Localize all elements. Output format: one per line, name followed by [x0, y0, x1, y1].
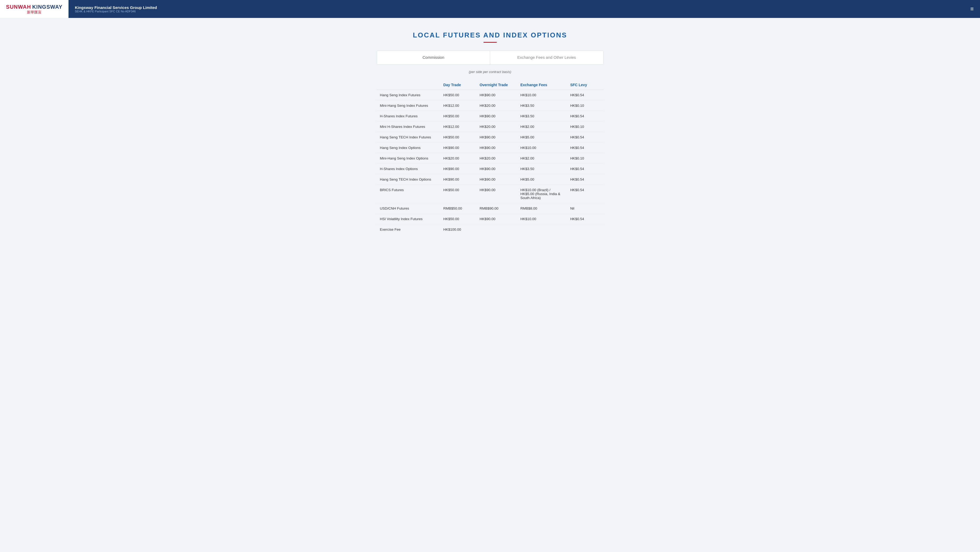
overnight-trade-value: HK$90.00	[476, 111, 517, 121]
sfc-levy-value: HK$0.10	[567, 121, 603, 132]
day-trade-value: HK$90.00	[440, 143, 476, 153]
overnight-trade-value: HK$90.00	[476, 185, 517, 203]
product-name: Hang Seng TECH Index Options	[377, 174, 440, 185]
overnight-trade-value: HK$90.00	[476, 90, 517, 101]
col-header-day-trade: Day Trade	[440, 80, 476, 90]
table-row: Hang Seng TECH Index FuturesHK$50.00HK$9…	[377, 132, 603, 143]
company-sub: SEHK & HKFE Participant SFC CE No ADF346	[75, 10, 958, 13]
sfc-levy-value: HK$0.54	[567, 214, 603, 224]
tab-exchange-fees[interactable]: Exchange Fees and Other Levies	[490, 51, 603, 64]
product-name: Hang Seng TECH Index Futures	[377, 132, 440, 143]
table-row: USD/CNH FuturesRMB$50.00RMB$90.00RMB$8.0…	[377, 203, 603, 214]
exchange-fees-value: HK$2.00	[517, 153, 567, 164]
logo: SUNWAH KINGSWAY 新華匯富	[6, 4, 62, 14]
product-name: Mini H-Shares Index Futures	[377, 121, 440, 132]
table-header-row: Day Trade Overnight Trade Exchange Fees …	[377, 80, 603, 90]
table-row: Hang Seng Index FuturesHK$50.00HK$90.00H…	[377, 90, 603, 101]
overnight-trade-value	[476, 224, 517, 235]
table-row: Exercise FeeHK$100.00	[377, 224, 603, 235]
product-name: Mini-Hang Seng Index Options	[377, 153, 440, 164]
page-title: LOCAL FUTURES AND INDEX OPTIONS	[377, 31, 603, 39]
overnight-trade-value: RMB$90.00	[476, 203, 517, 214]
sfc-levy-value: Nil	[567, 203, 603, 214]
overnight-trade-value: HK$20.00	[476, 153, 517, 164]
header-info: Kingsway Financial Services Group Limite…	[68, 5, 964, 13]
day-trade-value: HK$50.00	[440, 111, 476, 121]
menu-icon[interactable]: ≡	[964, 6, 980, 13]
day-trade-value: HK$50.00	[440, 132, 476, 143]
table-row: Hang Seng TECH Index OptionsHK$90.00HK$9…	[377, 174, 603, 185]
day-trade-value: HK$12.00	[440, 121, 476, 132]
exchange-fees-value: HK$10.00	[517, 214, 567, 224]
day-trade-value: HK$50.00	[440, 185, 476, 203]
exchange-fees-value: HK$5.00	[517, 174, 567, 185]
sfc-levy-value	[567, 224, 603, 235]
product-name: HSI Volatility Index Futures	[377, 214, 440, 224]
overnight-trade-value: HK$90.00	[476, 132, 517, 143]
table-row: HSI Volatility Index FuturesHK$50.00HK$9…	[377, 214, 603, 224]
overnight-trade-value: HK$90.00	[476, 164, 517, 174]
tab-container: Commission Exchange Fees and Other Levie…	[377, 51, 603, 65]
exchange-fees-value: HK$3.50	[517, 164, 567, 174]
product-name: BRICS Futures	[377, 185, 440, 203]
logo-sunwah-kingsway: SUNWAH KINGSWAY	[6, 4, 62, 10]
table-row: H-Shares Index FuturesHK$50.00HK$90.00HK…	[377, 111, 603, 121]
table-row: H-Shares Index OptionsHK$90.00HK$90.00HK…	[377, 164, 603, 174]
header: SUNWAH KINGSWAY 新華匯富 Kingsway Financial …	[0, 0, 980, 18]
sfc-levy-value: HK$0.10	[567, 101, 603, 111]
sfc-levy-value: HK$0.54	[567, 185, 603, 203]
sfc-levy-value: HK$0.54	[567, 174, 603, 185]
logo-kingsway: KINGSWAY	[32, 4, 62, 10]
logo-chinese: 新華匯富	[6, 10, 62, 14]
exchange-fees-value: HK$10.00 (Brazil) / HK$5.00 (Russia, Ind…	[517, 185, 567, 203]
exchange-fees-value: HK$3.50	[517, 111, 567, 121]
product-name: Exercise Fee	[377, 224, 440, 235]
product-name: Mini-Hang Seng Index Futures	[377, 101, 440, 111]
main-content: LOCAL FUTURES AND INDEX OPTIONS Commissi…	[372, 18, 609, 245]
col-header-overnight-trade: Overnight Trade	[476, 80, 517, 90]
per-side-note: (per side per contract basis)	[377, 70, 603, 74]
day-trade-value: HK$50.00	[440, 214, 476, 224]
tab-commission[interactable]: Commission	[377, 51, 490, 64]
exchange-fees-value: HK$10.00	[517, 90, 567, 101]
day-trade-value: HK$50.00	[440, 90, 476, 101]
exchange-fees-value: RMB$8.00	[517, 203, 567, 214]
exchange-fees-value: HK$10.00	[517, 143, 567, 153]
product-name: Hang Seng Index Futures	[377, 90, 440, 101]
product-name: H-Shares Index Futures	[377, 111, 440, 121]
sfc-levy-value: HK$0.54	[567, 90, 603, 101]
logo-sunwah: SUNWAH	[6, 4, 31, 10]
day-trade-value: HK$90.00	[440, 174, 476, 185]
day-trade-value: HK$12.00	[440, 101, 476, 111]
overnight-trade-value: HK$90.00	[476, 174, 517, 185]
product-name: H-Shares Index Options	[377, 164, 440, 174]
overnight-trade-value: HK$90.00	[476, 143, 517, 153]
company-name: Kingsway Financial Services Group Limite…	[75, 5, 958, 10]
sfc-levy-value: HK$0.10	[567, 153, 603, 164]
sfc-levy-value: HK$0.54	[567, 111, 603, 121]
table-row: BRICS FuturesHK$50.00HK$90.00HK$10.00 (B…	[377, 185, 603, 203]
day-trade-value: RMB$50.00	[440, 203, 476, 214]
col-header-exchange-fees: Exchange Fees	[517, 80, 567, 90]
exchange-fees-value: HK$2.00	[517, 121, 567, 132]
sfc-levy-value: HK$0.54	[567, 132, 603, 143]
exchange-fees-value: HK$5.00	[517, 132, 567, 143]
exchange-fees-value: HK$3.50	[517, 101, 567, 111]
col-header-sfc-levy: SFC Levy	[567, 80, 603, 90]
table-row: Mini-Hang Seng Index FuturesHK$12.00HK$2…	[377, 101, 603, 111]
table-row: Mini H-Shares Index FuturesHK$12.00HK$20…	[377, 121, 603, 132]
sfc-levy-value: HK$0.54	[567, 164, 603, 174]
fees-table: Day Trade Overnight Trade Exchange Fees …	[377, 80, 603, 235]
logo-area: SUNWAH KINGSWAY 新華匯富	[0, 0, 68, 18]
day-trade-value: HK$20.00	[440, 153, 476, 164]
exchange-fees-value	[517, 224, 567, 235]
title-underline	[484, 42, 497, 43]
day-trade-value: HK$90.00	[440, 164, 476, 174]
day-trade-value: HK$100.00	[440, 224, 476, 235]
overnight-trade-value: HK$20.00	[476, 121, 517, 132]
product-name: Hang Seng Index Options	[377, 143, 440, 153]
table-row: Mini-Hang Seng Index OptionsHK$20.00HK$2…	[377, 153, 603, 164]
col-header-product	[377, 80, 440, 90]
overnight-trade-value: HK$90.00	[476, 214, 517, 224]
table-row: Hang Seng Index OptionsHK$90.00HK$90.00H…	[377, 143, 603, 153]
